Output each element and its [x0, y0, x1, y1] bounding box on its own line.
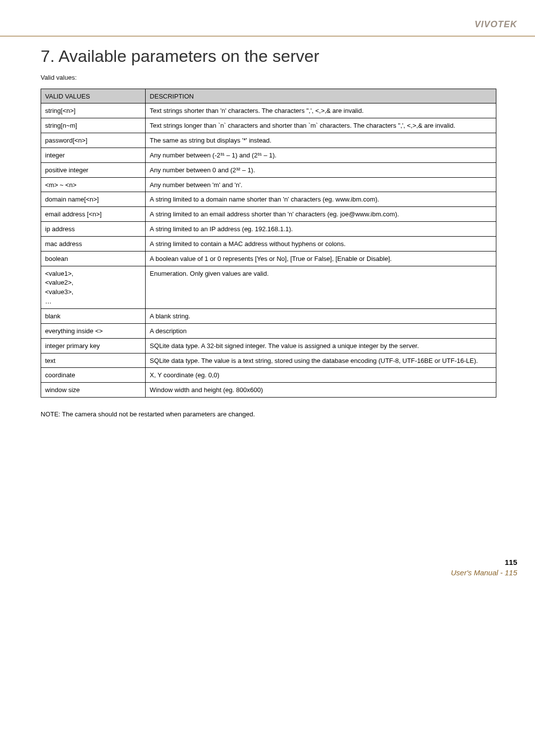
- cell-description: The same as string but displays '*' inst…: [146, 133, 496, 148]
- page-number: 115: [0, 558, 517, 566]
- cell-valid-value: window size: [41, 383, 146, 398]
- intro-block: Valid values:: [41, 73, 496, 83]
- cell-valid-value: <m> ~ <n>: [41, 177, 146, 192]
- content-area: 7. Available parameters on the server Va…: [0, 37, 535, 429]
- table-row: blankA blank string.: [41, 309, 496, 324]
- cell-valid-value: ip address: [41, 222, 146, 237]
- page-header: VIVOTEK: [0, 0, 535, 37]
- table-row: everything inside <>A description: [41, 323, 496, 338]
- table-row: textSQLite data type. The value is a tex…: [41, 353, 496, 368]
- cell-valid-value: domain name[<n>]: [41, 192, 146, 207]
- cell-description: Any number between (-2³¹ – 1) and (2³¹ –…: [146, 148, 496, 162]
- table-row: <m> ~ <n>Any number between 'm' and 'n'.: [41, 177, 496, 192]
- table-row: positive integerAny number between 0 and…: [41, 162, 496, 177]
- table-row: string[<n>]Text strings shorter than 'n'…: [41, 103, 496, 118]
- section-title: 7. Available parameters on the server: [41, 47, 496, 66]
- table-row: <value1>, <value2>, <value3>, …Enumerati…: [41, 266, 496, 308]
- table-row: coordinateX, Y coordinate (eg. 0,0): [41, 368, 496, 383]
- valid-values-table: VALID VALUES DESCRIPTION string[<n>]Text…: [41, 89, 496, 398]
- cell-valid-value: positive integer: [41, 162, 146, 177]
- cell-description: A string limited to an email address sho…: [146, 207, 496, 222]
- page-footer: 115 User's Manual - 115: [0, 558, 535, 589]
- table-row: string[n~m]Text strings longer than `n` …: [41, 118, 496, 133]
- cell-description: X, Y coordinate (eg. 0,0): [146, 368, 496, 383]
- cell-description: Any number between 0 and (2³² – 1).: [146, 162, 496, 177]
- cell-description: A string limited to contain a MAC addres…: [146, 236, 496, 251]
- table-row: booleanA boolean value of 1 or 0 represe…: [41, 251, 496, 266]
- cell-valid-value: blank: [41, 309, 146, 324]
- footer-text: User's Manual - 115: [0, 568, 517, 577]
- cell-description: Text strings longer than `n` characters …: [146, 118, 496, 133]
- cell-description: SQLite data type. The value is a text st…: [146, 353, 496, 368]
- cell-valid-value: <value1>, <value2>, <value3>, …: [41, 266, 146, 308]
- cell-description: A boolean value of 1 or 0 represents [Ye…: [146, 251, 496, 266]
- cell-valid-value: integer: [41, 148, 146, 162]
- brand-label: VIVOTEK: [475, 19, 517, 30]
- table-header-description: DESCRIPTION: [146, 89, 496, 103]
- notes: NOTE: The camera should not be restarted…: [41, 409, 496, 419]
- cell-valid-value: string[n~m]: [41, 118, 146, 133]
- intro-valid-values: Valid values:: [41, 73, 496, 83]
- table-row: password[<n>]The same as string but disp…: [41, 133, 496, 148]
- cell-valid-value: mac address: [41, 236, 146, 251]
- table-row: email address [<n>]A string limited to a…: [41, 207, 496, 222]
- cell-description: A string limited to an IP address (eg. 1…: [146, 222, 496, 237]
- cell-valid-value: coordinate: [41, 368, 146, 383]
- cell-valid-value: text: [41, 353, 146, 368]
- table-row: integerAny number between (-2³¹ – 1) and…: [41, 148, 496, 162]
- table-row: ip addressA string limited to an IP addr…: [41, 222, 496, 237]
- table-row: integer primary keySQLite data type. A 3…: [41, 338, 496, 353]
- table-row: mac addressA string limited to contain a…: [41, 236, 496, 251]
- table-row: window sizeWindow width and height (eg. …: [41, 383, 496, 398]
- cell-description: Text strings shorter than 'n' characters…: [146, 103, 496, 118]
- cell-valid-value: password[<n>]: [41, 133, 146, 148]
- cell-valid-value: string[<n>]: [41, 103, 146, 118]
- cell-valid-value: boolean: [41, 251, 146, 266]
- cell-description: Any number between 'm' and 'n'.: [146, 177, 496, 192]
- cell-description: SQLite data type. A 32-bit signed intege…: [146, 338, 496, 353]
- cell-description: A description: [146, 323, 496, 338]
- table-header-valid-values: VALID VALUES: [41, 89, 146, 103]
- cell-description: A string limited to a domain name shorte…: [146, 192, 496, 207]
- cell-description: Enumeration. Only given values are valid…: [146, 266, 496, 308]
- cell-valid-value: everything inside <>: [41, 323, 146, 338]
- table-row: domain name[<n>]A string limited to a do…: [41, 192, 496, 207]
- cell-valid-value: integer primary key: [41, 338, 146, 353]
- cell-valid-value: email address [<n>]: [41, 207, 146, 222]
- cell-description: Window width and height (eg. 800x600): [146, 383, 496, 398]
- cell-description: A blank string.: [146, 309, 496, 324]
